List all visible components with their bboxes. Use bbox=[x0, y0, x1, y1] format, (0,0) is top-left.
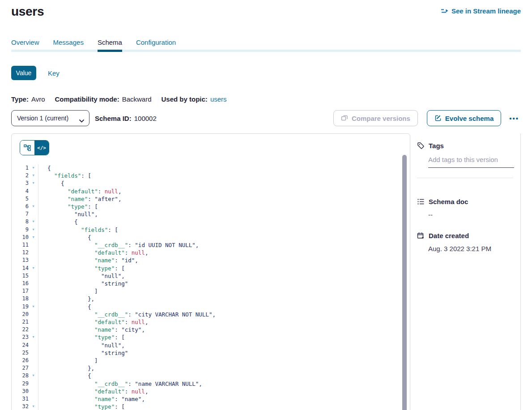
code-line-text: "type": [ bbox=[38, 403, 410, 410]
line-number: 22 bbox=[12, 326, 29, 333]
code-line: 20"__crdb__": "city VARCHAR NOT NULL", bbox=[12, 311, 410, 318]
code-line-text: "name": "id", bbox=[38, 256, 410, 264]
tree-view-icon bbox=[24, 144, 31, 151]
fold-toggle-icon[interactable]: ▼ bbox=[29, 172, 38, 179]
compatibility-mode: Compatibility mode: Backward bbox=[55, 95, 151, 103]
fold-toggle-icon[interactable]: ▼ bbox=[29, 203, 38, 210]
line-number: 10 bbox=[12, 234, 29, 241]
code-scrollbar[interactable] bbox=[402, 155, 407, 410]
compare-versions-button[interactable]: Compare versions bbox=[333, 110, 418, 126]
code-line-text: "type": [ bbox=[38, 265, 410, 272]
line-number: 24 bbox=[12, 342, 29, 349]
compatibility-mode-label: Compatibility mode: bbox=[55, 95, 119, 103]
fold-spacer bbox=[29, 342, 38, 349]
value-tab-button[interactable]: Value bbox=[11, 66, 36, 80]
code-line-text: "__crdb__": "city VARCHAR NOT NULL", bbox=[38, 311, 410, 318]
code-line-text: "type": [ bbox=[38, 203, 410, 210]
line-number: 9 bbox=[12, 226, 29, 234]
fold-toggle-icon[interactable]: ▼ bbox=[29, 226, 38, 234]
schema-content: </> 1▼{2▼"fields": [3▼{4"default": null,… bbox=[11, 133, 521, 410]
fold-spacer bbox=[29, 188, 38, 195]
line-number: 25 bbox=[12, 349, 29, 357]
version-select[interactable]: Version 1 (current) bbox=[11, 110, 89, 126]
line-number: 28 bbox=[12, 372, 29, 380]
code-line-text: "__crdb__": "name VARCHAR NULL", bbox=[38, 380, 410, 388]
code-line: 14▼"type": [ bbox=[12, 265, 410, 272]
used-by-topic: Used by topic: users bbox=[162, 95, 227, 103]
code-line: 31"name": "name", bbox=[12, 395, 410, 403]
date-created-heading: Date created bbox=[417, 232, 514, 239]
fold-toggle-icon[interactable]: ▼ bbox=[29, 303, 38, 311]
line-number: 4 bbox=[12, 188, 29, 195]
code-line-text: "string" bbox=[38, 349, 410, 357]
fold-spacer bbox=[29, 349, 38, 357]
code-line-text: "fields": [ bbox=[38, 226, 410, 234]
schema-page: users See in Stream lineage Overview Mes… bbox=[0, 0, 532, 410]
code-line-text: "default": null, bbox=[38, 318, 410, 326]
line-number: 13 bbox=[12, 256, 29, 264]
fold-toggle-icon[interactable]: ▼ bbox=[29, 218, 38, 226]
code-line-text: { bbox=[38, 372, 410, 380]
fold-spacer bbox=[29, 380, 38, 388]
code-line-text: { bbox=[38, 218, 410, 226]
code-line-text: "null", bbox=[38, 210, 410, 218]
tab-schema-label: Schema bbox=[98, 38, 122, 46]
line-number: 14 bbox=[12, 265, 29, 272]
key-tab-button[interactable]: Key bbox=[48, 69, 60, 77]
date-created-section: Date created Aug. 3 2022 3:21 PM bbox=[417, 232, 514, 252]
code-line-text: "name": "city", bbox=[38, 326, 410, 333]
fold-toggle-icon[interactable]: ▼ bbox=[29, 179, 38, 187]
line-number: 8 bbox=[12, 218, 29, 226]
code-line: 27}, bbox=[12, 364, 410, 372]
code-view-icon: </> bbox=[37, 145, 46, 151]
code-line: 10▼{ bbox=[12, 234, 410, 241]
code-editor[interactable]: 1▼{2▼"fields": [3▼{4"default": null,5"na… bbox=[12, 164, 410, 410]
fold-toggle-icon[interactable]: ▼ bbox=[29, 403, 38, 410]
code-line-text: "name": "after", bbox=[38, 195, 410, 203]
code-line-text: "type": [ bbox=[38, 333, 410, 341]
code-editor-lines: 1▼{2▼"fields": [3▼{4"default": null,5"na… bbox=[12, 164, 410, 410]
line-number: 6 bbox=[12, 203, 29, 210]
code-line: 4"default": null, bbox=[12, 188, 410, 195]
evolve-schema-icon bbox=[434, 115, 442, 122]
compare-versions-label: Compare versions bbox=[352, 115, 410, 122]
line-number: 23 bbox=[12, 333, 29, 341]
schema-type-value: Avro bbox=[31, 95, 45, 103]
line-number: 7 bbox=[12, 210, 29, 218]
code-line: 16"string" bbox=[12, 280, 410, 287]
version-toolbar: Version 1 (current) Schema ID: 100002 Co… bbox=[11, 110, 521, 126]
version-select-wrap: Version 1 (current) bbox=[11, 110, 89, 126]
line-number: 26 bbox=[12, 357, 29, 364]
tab-overview-label: Overview bbox=[11, 38, 39, 46]
code-line: 22"name": "city", bbox=[12, 326, 410, 333]
fold-toggle-icon[interactable]: ▼ bbox=[29, 234, 38, 241]
fold-toggle-icon[interactable]: ▼ bbox=[29, 164, 38, 172]
fold-toggle-icon[interactable]: ▼ bbox=[29, 265, 38, 272]
tab-underline-track bbox=[11, 50, 521, 52]
code-line-text: { bbox=[38, 234, 410, 241]
line-number: 20 bbox=[12, 311, 29, 318]
line-number: 29 bbox=[12, 380, 29, 388]
code-line: 7"null", bbox=[12, 210, 410, 218]
stream-lineage-link[interactable]: See in Stream lineage bbox=[441, 7, 521, 15]
more-actions-button[interactable]: ••• bbox=[507, 115, 521, 122]
line-number: 1 bbox=[12, 164, 29, 172]
tags-section: Tags bbox=[417, 142, 514, 178]
tab-schema[interactable]: Schema bbox=[98, 38, 122, 52]
code-view-button[interactable]: </> bbox=[34, 141, 49, 155]
fold-toggle-icon[interactable]: ▼ bbox=[29, 372, 38, 380]
add-tags-input[interactable] bbox=[428, 154, 514, 168]
compare-versions-icon bbox=[341, 115, 348, 122]
tags-heading: Tags bbox=[417, 142, 514, 149]
tree-view-button[interactable] bbox=[20, 141, 34, 155]
code-line-text: { bbox=[38, 303, 410, 311]
used-by-topic-link[interactable]: users bbox=[210, 95, 227, 103]
code-line-text: "__crdb__": "id UUID NOT NULL", bbox=[38, 241, 410, 249]
code-line: 2▼"fields": [ bbox=[12, 172, 410, 179]
code-line: 19▼{ bbox=[12, 303, 410, 311]
fold-spacer bbox=[29, 272, 38, 280]
evolve-schema-button[interactable]: Evolve schema bbox=[427, 110, 501, 126]
fold-toggle-icon[interactable]: ▼ bbox=[29, 333, 38, 341]
line-number: 3 bbox=[12, 179, 29, 187]
code-line-text: { bbox=[38, 179, 410, 187]
